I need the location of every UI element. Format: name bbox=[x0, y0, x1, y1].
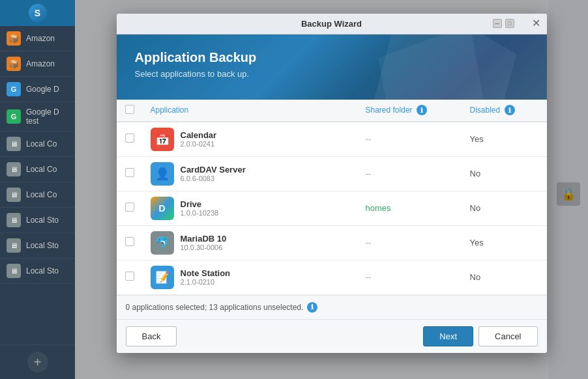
table-row: 🐬 MariaDB 10 10.0.30-0006 bbox=[117, 225, 547, 260]
sidebar-item-localsto3[interactable]: 🖥 Local Sto bbox=[0, 259, 75, 284]
add-button[interactable]: + bbox=[27, 352, 48, 372]
drive-icon: D bbox=[151, 197, 174, 220]
notestation-icon: 📝 bbox=[151, 266, 174, 289]
drive-version: 1.0.0-10238 bbox=[181, 209, 219, 217]
carddav-details: CardDAV Server 6.0.6-0083 bbox=[181, 165, 246, 182]
maximize-button[interactable]: □ bbox=[505, 19, 514, 28]
sidebar-item-icon-localco1: 🖥 bbox=[7, 137, 21, 151]
desktop: S 📦 Amazon 📦 Amazon G Google D G Google … bbox=[0, 0, 588, 379]
sidebar-item-localco3[interactable]: 🖥 Local Co bbox=[0, 182, 75, 208]
sidebar-item-amazon1[interactable]: 📦 Amazon bbox=[0, 26, 75, 51]
minimize-button[interactable]: ─ bbox=[493, 19, 502, 28]
row-checkbox-mariadb[interactable] bbox=[117, 225, 143, 260]
table-row: D Drive 1.0.0-10238 homes bbox=[117, 191, 547, 225]
mariadb-icon: 🐬 bbox=[151, 231, 174, 255]
calendar-icon: 📅 bbox=[151, 128, 174, 151]
sidebar-item-label-localsto1: Local Sto bbox=[26, 216, 59, 225]
mariadb-shared: -- bbox=[358, 225, 462, 260]
checkbox-drive[interactable] bbox=[125, 203, 134, 212]
sidebar-item-icon-amazon1: 📦 bbox=[7, 31, 21, 46]
table-row: 📝 Note Station 2.1.0-0210 bbox=[117, 260, 547, 294]
app-info-notestation: 📝 Note Station 2.1.0-0210 bbox=[151, 266, 350, 289]
row-checkbox-calendar[interactable] bbox=[117, 122, 143, 157]
mariadb-details: MariaDB 10 10.0.30-0006 bbox=[181, 234, 227, 251]
table-scroll[interactable]: 📅 Calendar 2.0.0-0241 -- bbox=[117, 122, 547, 295]
sidebar-item-label-localco1: Local Co bbox=[26, 139, 57, 148]
carddav-icon: 👤 bbox=[151, 162, 174, 186]
row-checkbox-carddav[interactable] bbox=[117, 156, 143, 191]
notestation-version: 2.1.0-0210 bbox=[181, 278, 231, 286]
sidebar-item-label-googled1: Google D bbox=[26, 85, 59, 94]
sidebar-item-icon-localsto3: 🖥 bbox=[7, 264, 21, 278]
status-text: 0 applications selected; 13 applications… bbox=[126, 303, 304, 312]
sidebar-item-amazon2[interactable]: 📦 Amazon bbox=[0, 51, 75, 77]
select-all-checkbox[interactable] bbox=[125, 105, 134, 114]
backup-wizard-dialog: Backup Wizard ─ □ ✕ Application Backup S… bbox=[117, 14, 547, 353]
checkbox-mariadb[interactable] bbox=[125, 237, 134, 246]
sidebar-item-localsto2[interactable]: 🖥 Local Sto bbox=[0, 233, 75, 259]
dialog-footer: Back Next Cancel bbox=[117, 319, 547, 353]
mariadb-disabled: Yes bbox=[462, 225, 547, 260]
app-cell-mariadb: 🐬 MariaDB 10 10.0.30-0006 bbox=[143, 225, 358, 260]
row-checkbox-drive[interactable] bbox=[117, 191, 143, 225]
sidebar-item-icon-googled1: G bbox=[7, 82, 21, 96]
application-table-body: 📅 Calendar 2.0.0-0241 -- bbox=[117, 122, 547, 295]
sidebar-header: S bbox=[0, 0, 75, 26]
sidebar-item-label-googled2: Google D test bbox=[26, 107, 68, 126]
sidebar-item-localco2[interactable]: 🖥 Local Co bbox=[0, 157, 75, 182]
table-row: 👤 CardDAV Server 6.0.6-0083 bbox=[117, 156, 547, 191]
sidebar-item-localsto1[interactable]: 🖥 Local Sto bbox=[0, 208, 75, 233]
app-cell-carddav: 👤 CardDAV Server 6.0.6-0083 bbox=[143, 156, 358, 191]
sidebar-item-label-amazon1: Amazon bbox=[26, 34, 55, 43]
sidebar-bottom: + bbox=[0, 344, 75, 379]
dialog-titlebar: Backup Wizard ─ □ ✕ bbox=[117, 14, 547, 35]
notestation-details: Note Station 2.1.0-0210 bbox=[181, 268, 231, 286]
status-bar: 0 applications selected; 13 applications… bbox=[117, 295, 547, 319]
close-button[interactable]: ✕ bbox=[532, 18, 540, 29]
app-info-calendar: 📅 Calendar 2.0.0-0241 bbox=[151, 128, 350, 151]
checkbox-notestation[interactable] bbox=[125, 272, 134, 281]
app-cell-drive: D Drive 1.0.0-10238 bbox=[143, 191, 358, 225]
select-all-header[interactable] bbox=[117, 100, 143, 122]
sidebar-item-label-localsto2: Local Sto bbox=[26, 241, 59, 250]
app-info-mariadb: 🐬 MariaDB 10 10.0.30-0006 bbox=[151, 231, 350, 255]
drive-disabled: No bbox=[462, 191, 547, 225]
sidebar: S 📦 Amazon 📦 Amazon G Google D G Google … bbox=[0, 0, 75, 379]
calendar-disabled-value: Yes bbox=[470, 134, 484, 144]
modal-overlay: Backup Wizard ─ □ ✕ Application Backup S… bbox=[75, 0, 588, 379]
disabled-info-icon[interactable]: ℹ bbox=[505, 105, 515, 115]
window-controls: ─ □ bbox=[493, 19, 514, 28]
status-info-icon[interactable]: ℹ bbox=[307, 302, 317, 313]
calendar-name: Calendar bbox=[181, 130, 217, 140]
disabled-header: Disabled ℹ bbox=[462, 100, 547, 122]
calendar-shared-value: -- bbox=[366, 134, 372, 144]
sidebar-item-googled2[interactable]: G Google D test bbox=[0, 102, 75, 132]
mariadb-name: MariaDB 10 bbox=[181, 234, 227, 244]
notestation-shared-value: -- bbox=[366, 272, 372, 282]
shared-folder-info-icon[interactable]: ℹ bbox=[417, 105, 427, 115]
table-body: 📅 Calendar 2.0.0-0241 -- bbox=[117, 122, 547, 295]
application-table: Application Shared folder ℹ Disabled ℹ bbox=[117, 100, 547, 122]
sidebar-item-icon-localco2: 🖥 bbox=[7, 162, 21, 176]
table-header: Application Shared folder ℹ Disabled ℹ bbox=[117, 100, 547, 122]
sidebar-item-googled1[interactable]: G Google D bbox=[0, 77, 75, 102]
sidebar-logo: S bbox=[29, 4, 47, 22]
app-info-drive: D Drive 1.0.0-10238 bbox=[151, 197, 350, 220]
checkbox-carddav[interactable] bbox=[125, 168, 134, 177]
checkbox-calendar[interactable] bbox=[125, 133, 134, 143]
banner-title: Application Backup bbox=[135, 50, 529, 65]
sidebar-item-label-localsto3: Local Sto bbox=[26, 266, 59, 275]
mariadb-shared-value: -- bbox=[366, 238, 372, 247]
next-button[interactable]: Next bbox=[423, 326, 473, 346]
dialog-title: Backup Wizard bbox=[301, 19, 362, 29]
row-checkbox-notestation[interactable] bbox=[117, 260, 143, 294]
app-info-carddav: 👤 CardDAV Server 6.0.6-0083 bbox=[151, 162, 350, 186]
main-area: 🔒 scheduled ... Backup Wizard ─ □ ✕ Appl… bbox=[75, 0, 588, 379]
app-cell-notestation: 📝 Note Station 2.1.0-0210 bbox=[143, 260, 358, 294]
sidebar-item-localco1[interactable]: 🖥 Local Co bbox=[0, 132, 75, 157]
mariadb-disabled-value: Yes bbox=[470, 238, 484, 247]
back-button[interactable]: Back bbox=[126, 326, 177, 346]
dialog-banner: Application Backup Select applications t… bbox=[117, 35, 547, 100]
sidebar-item-icon-localsto1: 🖥 bbox=[7, 213, 21, 227]
cancel-button[interactable]: Cancel bbox=[478, 326, 537, 346]
